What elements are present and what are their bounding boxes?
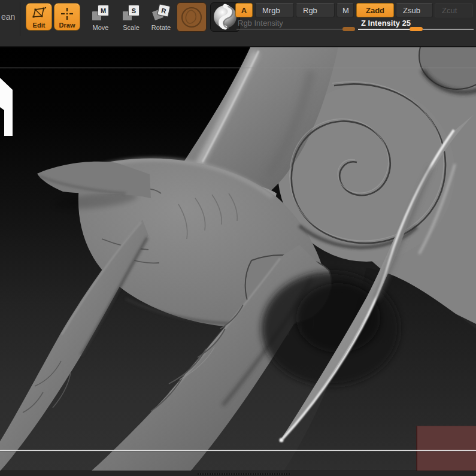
- tray-grip-dots: [198, 473, 290, 475]
- z-intensity-slider-filled[interactable]: [358, 29, 411, 30]
- zadd-label: Zadd: [366, 6, 384, 15]
- zcut-label: Zcut: [442, 6, 457, 15]
- draw-button-label: Draw: [59, 22, 75, 29]
- zcut-button[interactable]: Zcut: [435, 3, 473, 17]
- document-bottom-edge: [0, 450, 476, 451]
- logo-fragment: [0, 77, 13, 137]
- a-toggle-label: A: [241, 6, 247, 15]
- edit-button[interactable]: Edit: [26, 3, 52, 31]
- sculpt-viewport[interactable]: [0, 47, 476, 476]
- move-button[interactable]: M Move: [89, 5, 113, 31]
- rgb-intensity-slider[interactable]: [237, 29, 354, 30]
- mrgb-button[interactable]: Mrgb: [255, 3, 294, 17]
- draw-crosshair-icon: [60, 7, 74, 21]
- brush-alpha-preview[interactable]: [177, 2, 207, 32]
- z-intensity-slider-rest[interactable]: [423, 29, 474, 30]
- document-top-edge: [0, 68, 476, 68]
- rgb-intensity-label: Rgb Intensity: [238, 19, 283, 28]
- draw-button[interactable]: Draw: [54, 3, 80, 31]
- rotate-icon-letter: R: [157, 4, 171, 17]
- zbrush-window: ean Edit Draw: [0, 0, 476, 476]
- rotate-button[interactable]: R Rotate: [147, 5, 175, 31]
- bottom-tray-bar[interactable]: [0, 471, 476, 476]
- rgb-button[interactable]: Rgb: [296, 3, 335, 17]
- scale-icon: S: [122, 5, 140, 21]
- move-icon: M: [92, 5, 110, 21]
- zadd-button[interactable]: Zadd: [356, 3, 394, 17]
- scale-button-label: Scale: [123, 25, 140, 31]
- scale-button[interactable]: S Scale: [118, 5, 144, 31]
- rgb-label: Rgb: [303, 6, 317, 15]
- rotate-icon: R: [152, 5, 170, 21]
- sculpt-model[interactable]: [0, 47, 476, 476]
- mrgb-label: Mrgb: [262, 6, 280, 15]
- zsub-label: Zsub: [403, 6, 420, 15]
- edit-button-label: Edit: [33, 22, 46, 29]
- selection-rectangle: [416, 426, 476, 471]
- scale-icon-letter: S: [128, 5, 140, 16]
- a-toggle-button[interactable]: A: [235, 3, 253, 17]
- clipped-left-button[interactable]: ean: [1, 12, 15, 22]
- move-button-label: Move: [93, 25, 109, 31]
- m-button[interactable]: M: [336, 3, 354, 17]
- rotate-button-label: Rotate: [151, 25, 171, 31]
- z-intensity-handle[interactable]: [410, 27, 423, 31]
- rgb-intensity-handle[interactable]: [342, 27, 355, 31]
- zsub-button[interactable]: Zsub: [396, 3, 433, 17]
- edit-gizmo-icon: [31, 7, 47, 20]
- m-label: M: [342, 6, 349, 15]
- model-front-talon: [0, 220, 148, 471]
- toolbar-divider: [20, 2, 20, 36]
- top-toolbar: ean Edit Draw: [0, 0, 476, 47]
- z-intensity-label: Z Intensity 25: [361, 19, 411, 28]
- brush-alpha-icon: [177, 3, 206, 31]
- move-icon-letter: M: [98, 5, 109, 16]
